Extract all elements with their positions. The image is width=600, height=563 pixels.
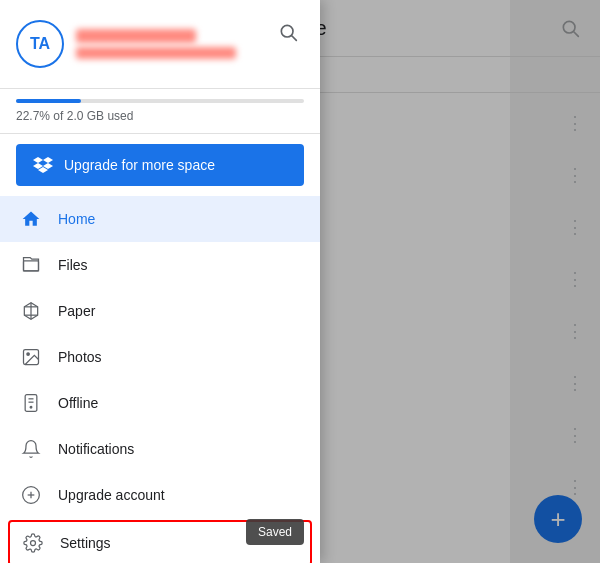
user-name bbox=[76, 29, 196, 43]
nav-label-photos: Photos bbox=[58, 349, 102, 365]
nav-item-paper[interactable]: Paper bbox=[0, 288, 320, 334]
upgrade-account-icon bbox=[20, 484, 42, 506]
nav-label-home: Home bbox=[58, 211, 95, 227]
svg-rect-9 bbox=[24, 261, 39, 271]
notifications-icon bbox=[20, 438, 42, 460]
svg-point-23 bbox=[31, 541, 36, 546]
upgrade-label: Upgrade for more space bbox=[64, 157, 215, 173]
photos-icon bbox=[20, 346, 42, 368]
storage-section: 22.7% of 2.0 GB used bbox=[0, 89, 320, 134]
nav-list: Home Files Paper bbox=[0, 196, 320, 563]
nav-label-files: Files bbox=[58, 257, 88, 273]
svg-marker-5 bbox=[43, 157, 53, 163]
nav-item-home[interactable]: Home bbox=[0, 196, 320, 242]
svg-rect-16 bbox=[25, 395, 37, 412]
nav-item-notifications[interactable]: Notifications bbox=[0, 426, 320, 472]
saved-toast: Saved bbox=[246, 519, 304, 545]
nav-label-upgrade-account: Upgrade account bbox=[58, 487, 165, 503]
files-icon bbox=[20, 254, 42, 276]
nav-item-offline[interactable]: Offline bbox=[0, 380, 320, 426]
nav-label-settings: Settings bbox=[60, 535, 111, 551]
nav-item-files[interactable]: Files bbox=[0, 242, 320, 288]
nav-item-upgrade-account[interactable]: Upgrade account bbox=[0, 472, 320, 518]
svg-line-3 bbox=[292, 36, 297, 41]
nav-item-photos[interactable]: Photos bbox=[0, 334, 320, 380]
dropbox-icon bbox=[32, 154, 54, 176]
offline-icon bbox=[20, 392, 42, 414]
nav-label-offline: Offline bbox=[58, 395, 98, 411]
drawer-search-button[interactable] bbox=[272, 16, 304, 48]
svg-point-19 bbox=[30, 406, 32, 408]
home-icon bbox=[20, 208, 42, 230]
upgrade-button[interactable]: Upgrade for more space bbox=[16, 144, 304, 186]
nav-label-notifications: Notifications bbox=[58, 441, 134, 457]
svg-point-15 bbox=[27, 353, 29, 356]
storage-text: 22.7% of 2.0 GB used bbox=[16, 109, 304, 123]
paper-icon bbox=[20, 300, 42, 322]
nav-label-paper: Paper bbox=[58, 303, 95, 319]
search-icon bbox=[278, 22, 298, 42]
user-info bbox=[76, 29, 304, 59]
storage-bar-background bbox=[16, 99, 304, 103]
user-row: TA bbox=[16, 20, 304, 68]
svg-marker-4 bbox=[33, 157, 43, 163]
settings-icon bbox=[22, 532, 44, 554]
drawer-header: TA bbox=[0, 0, 320, 89]
avatar: TA bbox=[16, 20, 64, 68]
navigation-drawer: TA 22.7% of 2.0 GB used bbox=[0, 0, 320, 563]
storage-bar-fill bbox=[16, 99, 81, 103]
user-email bbox=[76, 47, 236, 59]
